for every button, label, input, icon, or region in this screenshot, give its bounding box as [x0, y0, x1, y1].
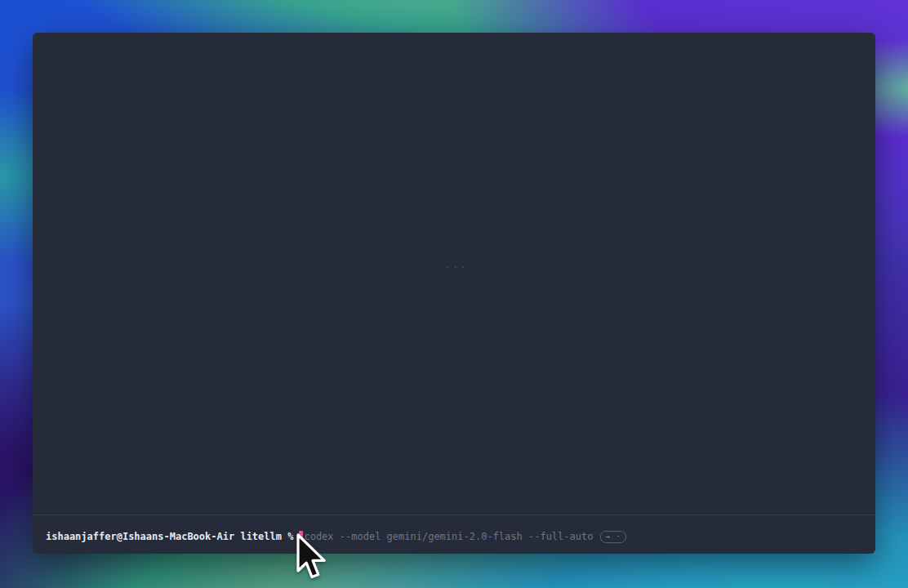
- shell-prompt-text: ishaanjaffer@Ishaans-MacBook-Air litellm…: [46, 530, 293, 543]
- terminal-window[interactable]: ··· ishaanjaffer@Ishaans-MacBook-Air lit…: [33, 33, 875, 554]
- terminal-output-area[interactable]: ···: [33, 33, 875, 514]
- text-cursor: [299, 531, 303, 542]
- autosuggestion-text: codex --model gemini/gemini-2.0-flash --…: [304, 530, 593, 543]
- prompt-line[interactable]: ishaanjaffer@Ishaans-MacBook-Air litellm…: [46, 529, 866, 544]
- prompt-divider: [33, 514, 875, 515]
- terminal-ellipsis-text: ···: [445, 261, 468, 273]
- right-arrow-key-hint-icon: → ·: [600, 531, 625, 543]
